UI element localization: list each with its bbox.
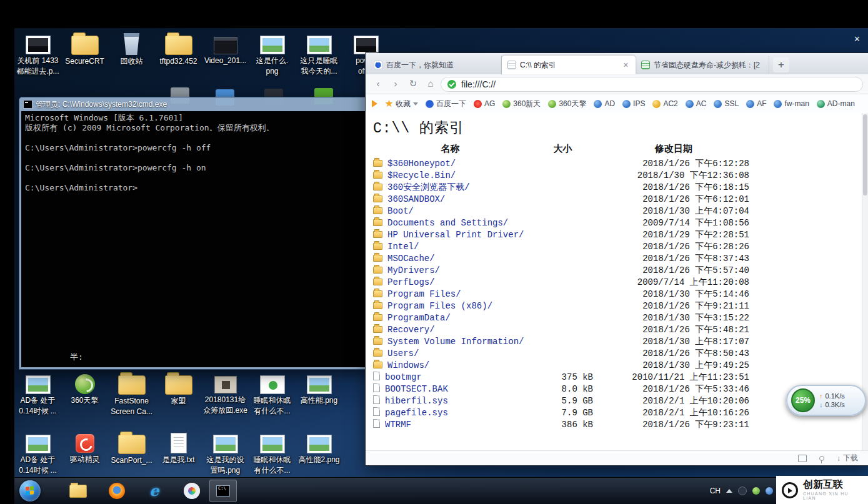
file-link[interactable]: Windows/ bbox=[387, 360, 429, 370]
desktop-icon[interactable]: 睡眠和休眠有什么不... bbox=[249, 431, 296, 475]
file-link[interactable]: Program Files/ bbox=[387, 289, 461, 299]
file-link[interactable]: bootmgr bbox=[385, 372, 422, 382]
tray-360-icon[interactable] bbox=[752, 487, 760, 495]
file-link[interactable]: HP Universal Print Driver/ bbox=[387, 230, 524, 240]
new-tab-button[interactable]: + bbox=[773, 57, 789, 72]
desktop-icon[interactable]: 360天擎 bbox=[61, 372, 108, 416]
bookmarks-bar: 收藏百度一下AG360新天360天擎ADIPSAC2ACSSLAFfw-manA… bbox=[366, 94, 868, 114]
file-date-cell: 2018/1/29 下午2:28:51 bbox=[596, 229, 752, 241]
file-link[interactable]: Intel/ bbox=[387, 242, 419, 252]
bookmark-item[interactable]: AC2 bbox=[652, 99, 677, 108]
desktop-icon[interactable]: 这是什么.png bbox=[249, 32, 296, 76]
ie-taskbar-button[interactable]: e bbox=[141, 480, 168, 502]
file-link[interactable]: Boot/ bbox=[387, 206, 414, 216]
address-bar[interactable]: file:///C:// bbox=[441, 77, 863, 92]
bookmark-item[interactable]: AG bbox=[474, 99, 495, 108]
cmd-window: 管理员: C:\Windows\system32\cmd.exe Microso… bbox=[19, 97, 371, 370]
file-row: Users/2018/1/26 下午8:50:43 bbox=[371, 348, 752, 360]
desktop-icon[interactable]: 高性能.png bbox=[296, 372, 342, 416]
pin-icon[interactable] bbox=[819, 456, 824, 461]
desktop-icon[interactable]: 关机前 1433都能进去.p... bbox=[14, 32, 61, 76]
scrollbar-thumb[interactable] bbox=[863, 114, 867, 195]
desktop-icon[interactable]: 家盟 bbox=[155, 372, 202, 416]
bookmark-item[interactable]: 百度一下 bbox=[426, 99, 466, 109]
bookmark-item[interactable]: 360新天 bbox=[502, 99, 541, 109]
desktop-icon[interactable]: ScanPort_... bbox=[108, 431, 155, 475]
file-link[interactable]: WTRMF bbox=[385, 420, 411, 430]
window-close-button[interactable]: ✕ bbox=[854, 34, 861, 44]
file-link[interactable]: 360SANDBOX/ bbox=[387, 194, 445, 204]
memory-usage-ball[interactable]: 25% bbox=[791, 388, 815, 412]
desktop-icon[interactable]: tftpd32.452 bbox=[155, 32, 202, 76]
desktop-icon[interactable]: 这是我的设置吗.png bbox=[202, 431, 249, 475]
file-link[interactable]: pagefile.sys bbox=[385, 408, 448, 418]
desktop-icon[interactable]: SecureCRT bbox=[61, 32, 108, 76]
browser-tab[interactable]: C:\\ 的索引✕ bbox=[502, 56, 636, 74]
bookmark-item[interactable]: IPS bbox=[622, 99, 645, 108]
net-speed-widget[interactable]: 25% ↑ 0.1K/s ↓ 0.3K/s bbox=[786, 385, 866, 416]
bookmark-item[interactable]: AD bbox=[594, 99, 615, 108]
cmd-taskbar-button[interactable]: C:\ bbox=[209, 480, 237, 502]
start-button[interactable] bbox=[19, 480, 41, 502]
browser-tab[interactable]: 百度一下，你就知道 bbox=[368, 56, 502, 74]
bookmark-item[interactable]: fw-man bbox=[774, 99, 809, 108]
cmd-console[interactable]: Microsoft Windows [版本 6.1.7601]版权所有 (c) … bbox=[21, 111, 368, 367]
back-button[interactable]: ‹ bbox=[371, 77, 386, 92]
bookmark-item[interactable]: 360天擎 bbox=[548, 99, 586, 109]
file-link[interactable]: MyDrivers/ bbox=[387, 265, 440, 275]
bookmark-label: fw-man bbox=[784, 99, 809, 108]
bookmark-item[interactable]: AF bbox=[746, 99, 766, 108]
bookmark-item[interactable]: 收藏 bbox=[385, 99, 418, 109]
desktop-icon[interactable]: 高性能2.png bbox=[296, 431, 342, 475]
tray-icon[interactable] bbox=[738, 487, 747, 495]
desktop-icon[interactable]: AD备 处于0.14时候 ... bbox=[14, 372, 61, 416]
file-link[interactable]: 360安全浏览器下载/ bbox=[387, 182, 470, 192]
forward-button[interactable]: › bbox=[388, 77, 403, 92]
bookmark-item[interactable]: AD-man bbox=[817, 99, 855, 108]
desktop-icon[interactable]: 驱动精灵 bbox=[61, 431, 108, 475]
desktop-icon[interactable]: Video_201... bbox=[202, 32, 249, 76]
file-link[interactable]: ProgramData/ bbox=[387, 313, 451, 323]
refresh-button[interactable]: ↻ bbox=[406, 77, 421, 92]
explorer-taskbar-button[interactable] bbox=[64, 480, 92, 502]
desktop-icon-label: 这是我的设 bbox=[207, 455, 244, 464]
file-link[interactable]: MSOCache/ bbox=[387, 254, 435, 264]
file-link[interactable]: hiberfil.sys bbox=[385, 396, 448, 406]
file-link[interactable]: $Recycle.Bin/ bbox=[387, 170, 456, 180]
desktop-icon[interactable]: 睡眠和休眠有什么不... bbox=[249, 372, 296, 416]
file-name-cell: System Volume Information/ bbox=[371, 336, 530, 348]
fullscreen-icon[interactable] bbox=[798, 455, 807, 462]
file-link[interactable]: System Volume Information/ bbox=[387, 337, 524, 347]
desktop-icon[interactable]: FastStoneScreen Ca... bbox=[108, 372, 155, 416]
desktop-icon[interactable]: 20180131给众筹放回.exe bbox=[202, 372, 249, 416]
file-link[interactable]: Program Files (x86)/ bbox=[387, 301, 492, 311]
file-link[interactable]: Documents and Settings/ bbox=[387, 218, 508, 228]
tab-favicon-doc bbox=[507, 61, 516, 69]
desktop-icon[interactable]: 是是我.txt bbox=[155, 431, 202, 475]
download-button[interactable]: ↓ 下载 bbox=[837, 453, 858, 463]
bookmark-item[interactable]: AC bbox=[686, 99, 707, 108]
cmd-titlebar[interactable]: 管理员: C:\Windows\system32\cmd.exe bbox=[21, 97, 368, 111]
desktop-icon[interactable]: 这只是睡眠我今天的... bbox=[296, 32, 342, 76]
bookmark-label: 360新天 bbox=[513, 99, 541, 109]
paint-taskbar-button[interactable] bbox=[178, 480, 206, 502]
sidebar-toggle-icon[interactable] bbox=[372, 100, 377, 107]
bookmark-item[interactable]: SSL bbox=[714, 99, 739, 108]
show-hidden-icons-button[interactable] bbox=[726, 489, 732, 493]
file-link[interactable]: Recovery/ bbox=[387, 325, 435, 335]
folder-icon bbox=[373, 184, 382, 190]
folder-icon bbox=[71, 36, 99, 55]
tab-close-icon[interactable]: ✕ bbox=[622, 61, 630, 69]
file-link[interactable]: BOOTSECT.BAK bbox=[385, 384, 448, 394]
home-button[interactable]: ⌂ bbox=[423, 77, 438, 92]
tray-network-icon[interactable] bbox=[766, 487, 773, 495]
file-row: HP Universal Print Driver/2018/1/29 下午2:… bbox=[371, 229, 752, 241]
file-link[interactable]: Users/ bbox=[387, 348, 419, 358]
desktop-icon[interactable]: AD备 处于0.14时候 ... bbox=[14, 431, 61, 475]
file-link[interactable]: PerfLogs/ bbox=[387, 277, 435, 287]
desktop-icon[interactable]: 回收站 bbox=[108, 32, 155, 76]
browser-tab[interactable]: 节省固态硬盘寿命-减少损耗：[2 bbox=[636, 56, 769, 74]
language-indicator[interactable]: CH bbox=[710, 487, 721, 495]
file-link[interactable]: $360Honeypot/ bbox=[387, 159, 456, 169]
firefox-taskbar-button[interactable] bbox=[103, 480, 131, 502]
